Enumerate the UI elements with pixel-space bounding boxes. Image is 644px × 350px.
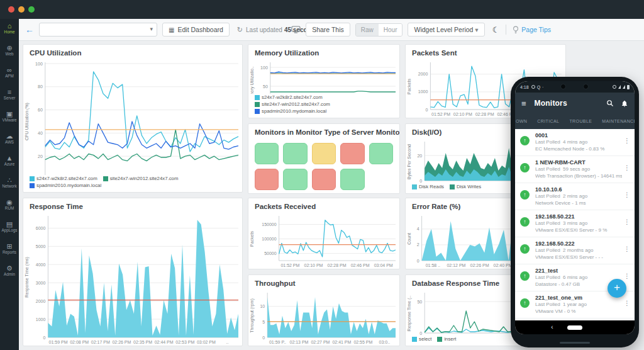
legend-item[interactable]: Disk Reads [412, 184, 444, 189]
kebab-menu-icon[interactable]: ⋮ [624, 191, 630, 198]
monitor-tile-up[interactable] [369, 143, 393, 164]
svg-text:50: 50 [417, 300, 422, 304]
legend-swatch [437, 337, 442, 342]
monitor-tile-down[interactable] [312, 169, 336, 190]
search-icon[interactable] [606, 99, 614, 107]
monitor-detail: VMware ESX/ESXi Server - 9 % [535, 227, 622, 234]
window-minimize-dot[interactable] [18, 6, 25, 13]
monitor-detail: EC Memcached Node - 0.83 % [535, 146, 622, 153]
sidebar-item-network[interactable]: ∴Network [0, 173, 19, 195]
phone-tab-trouble[interactable]: TROUBLE [564, 114, 597, 129]
sidebar-item-azure[interactable]: ▲Azure [0, 151, 19, 173]
kebab-menu-icon[interactable]: ⋮ [624, 273, 630, 279]
svg-text:Count: Count [407, 233, 411, 245]
display-share-icon[interactable] [291, 26, 301, 33]
svg-text:0: 0 [43, 336, 45, 340]
sidebar-item-applogs[interactable]: ▤AppLogs [0, 217, 19, 239]
monitor-tile-down[interactable] [340, 143, 364, 164]
sidebar-item-rum[interactable]: ◉RUM [0, 195, 19, 217]
phone-app-bar: ≡ Monitors [515, 93, 635, 114]
refresh-icon[interactable]: ↻ [237, 26, 243, 34]
phone-tab-critical[interactable]: CRITICAL [532, 114, 564, 129]
edit-dashboard-button[interactable]: ▦Edit Dashboard [162, 23, 230, 37]
share-this-button[interactable]: Share This [306, 23, 350, 37]
memory-legend: s24x7-w2k8r2.site24x7.comsite24x7-win201… [248, 94, 399, 118]
monitor-name: 192.168.50.222 [535, 240, 622, 247]
svg-text:02:17 PM: 02:17 PM [91, 340, 110, 344]
legend-item[interactable]: insert [437, 336, 456, 342]
sidebar-item-reports[interactable]: ⊞Reports [0, 239, 19, 261]
signal-icon [623, 85, 625, 89]
svg-text:100: 100 [260, 65, 268, 70]
phone-tab-maintenance[interactable]: MAINTENANCE [597, 114, 635, 129]
monitor-list-item[interactable]: ↑192.168.50.222Last Polled 2 months agoV… [515, 237, 635, 264]
status-right-icons [613, 85, 630, 89]
legend-item[interactable]: site24x7-win2012.site24x7.com [255, 101, 330, 107]
add-monitor-fab[interactable]: + [608, 279, 626, 298]
svg-text:100: 100 [35, 62, 43, 66]
dashboard-select[interactable]: ▾ [39, 23, 157, 37]
response-time-card: Response Time 01000200030004000500060000… [23, 198, 243, 346]
legend-item[interactable]: select [412, 336, 431, 342]
sidebar-item-aws[interactable]: ☁AWS [0, 129, 19, 151]
kebab-menu-icon[interactable]: ⋮ [624, 300, 630, 307]
sidebar-item-home[interactable]: ⌂Home [0, 19, 19, 41]
svg-text:150000: 150000 [262, 222, 276, 227]
hour-toggle[interactable]: Hour [379, 24, 402, 36]
window-close-dot[interactable] [8, 6, 14, 13]
raw-toggle[interactable]: Raw [356, 24, 379, 36]
legend-item[interactable]: s24x7-w2k8r2.site24x7.com [255, 94, 323, 100]
legend-item[interactable]: site24x7-win2012.site24x7.com [103, 176, 179, 181]
monitor-list-item[interactable]: ↑0001Last Polled 4 mins agoEC Memcached … [515, 129, 635, 156]
kebab-menu-icon[interactable]: ⋮ [624, 218, 630, 225]
sidebar-item-server[interactable]: ≡Server [0, 85, 19, 107]
grid-icon: ▦ [169, 26, 174, 33]
monitor-detail: Web Transaction (Browser) - 14641 ms [535, 173, 622, 180]
monitor-tile-trouble[interactable] [312, 143, 336, 164]
monitor-list-item[interactable]: ↑1 NEW-RBM-CARTLast Polled 59 secs agoWe… [515, 156, 635, 183]
legend-item[interactable]: spadmin2010.mydomain.local [255, 108, 326, 114]
monitor-tile-up[interactable] [340, 169, 364, 190]
kebab-menu-icon[interactable]: ⋮ [624, 246, 630, 252]
sidebar-item-admin[interactable]: ⚙Admin [0, 261, 19, 283]
sidebar-item-web[interactable]: ⊕Web [0, 41, 19, 63]
phone-tab-own[interactable]: OWN [515, 114, 532, 129]
svg-text:0: 0 [417, 259, 419, 263]
monitor-tile-up[interactable] [255, 143, 279, 164]
sidebar-item-apm[interactable]: ∞APM [0, 63, 19, 85]
window-zoom-dot[interactable] [28, 6, 35, 13]
back-arrow-icon[interactable]: ← [25, 25, 34, 35]
monitor-list-item[interactable]: ↑192.168.50.221Last Polled 3 mins agoVMw… [515, 210, 635, 237]
legend-item[interactable]: spadmin2010.mydomain.local [30, 183, 101, 188]
svg-text:0: 0 [262, 336, 265, 340]
monitor-tile-up[interactable] [283, 143, 307, 164]
cpu-utilization-card: CPU Utilization 02040608010002:06 PM02:1… [23, 44, 243, 193]
svg-text:10: 10 [260, 304, 265, 308]
svg-text:Bytes Per Second: Bytes Per Second [407, 144, 412, 179]
page-tips-link[interactable]: Page Tips [513, 26, 551, 34]
legend-swatch [412, 337, 417, 342]
android-home-pill[interactable] [567, 325, 582, 330]
svg-text:Throughput (rpm): Throughput (rpm) [250, 298, 255, 332]
bell-icon[interactable] [621, 99, 628, 108]
legend-swatch [255, 109, 260, 114]
dark-mode-moon-icon[interactable]: ☾ [492, 25, 500, 35]
hamburger-menu-icon[interactable]: ≡ [521, 99, 526, 108]
kebab-menu-icon[interactable]: ⋮ [624, 137, 630, 144]
card-title: Throughput [248, 275, 399, 290]
gesture-bar [560, 342, 590, 344]
widget-level-period-select[interactable]: Widget Level Period ▾ [408, 23, 484, 37]
svg-text:02:35 PM: 02:35 PM [133, 340, 152, 344]
sidebar-item-vmware[interactable]: ▣VMware [0, 107, 19, 129]
svg-text:50000: 50000 [264, 251, 277, 256]
legend-item[interactable]: s24x7-w2k8r2.site24x7.com [30, 176, 97, 181]
svg-text:02:08 PM: 02:08 PM [70, 340, 89, 344]
svg-text:CPU Utilization (%): CPU Utilization (%) [25, 103, 30, 140]
monitor-tile-up[interactable] [283, 169, 307, 190]
legend-item[interactable]: Disk Writes [450, 184, 481, 189]
android-back-icon[interactable]: ‹ [551, 323, 553, 330]
svg-text:01:52 PM: 01:52 PM [431, 112, 450, 116]
kebab-menu-icon[interactable]: ⋮ [624, 164, 630, 171]
monitor-list-item[interactable]: ↑10.10.10.6Last Polled 2 mins agoNetwork… [515, 183, 635, 210]
monitor-tile-down[interactable] [255, 169, 279, 190]
